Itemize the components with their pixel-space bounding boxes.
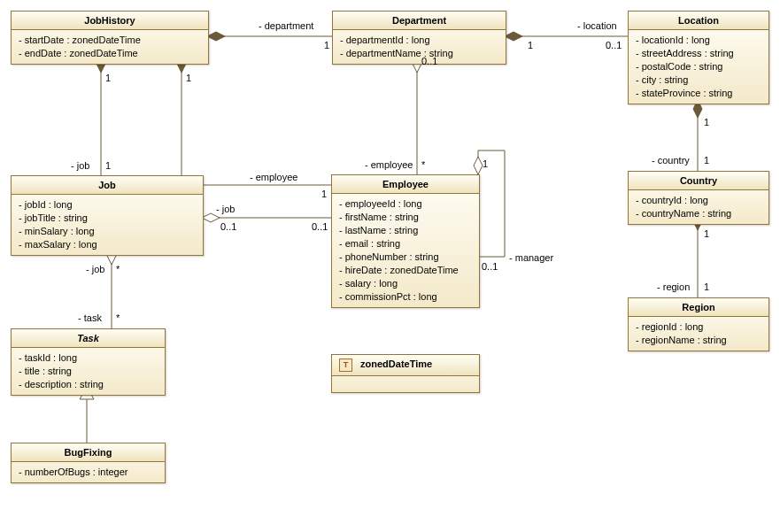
assoc-label-location: - location (577, 20, 617, 31)
datatype-label: zonedDateTime (360, 359, 432, 369)
assoc-label-job: - job (71, 160, 89, 171)
mult-many: * (421, 159, 425, 170)
class-attr: - regionName : string (636, 334, 761, 347)
assoc-label-task: - task (78, 312, 102, 323)
class-attr: - jobTitle : string (19, 212, 196, 225)
class-name: Department (333, 12, 506, 30)
class-attr: - description : string (19, 378, 158, 391)
class-bugfixing[interactable]: BugFixing - numberOfBugs : integer (11, 443, 166, 483)
mult-one: 1 (704, 228, 709, 239)
class-attr: - email : string (339, 237, 472, 251)
mult-zero-one: 0..1 (220, 221, 236, 232)
mult-many: * (116, 264, 120, 274)
class-attributes: - employeeId : long - firstName : string… (332, 194, 479, 307)
class-country[interactable]: Country - countryId : long - countryName… (628, 171, 769, 225)
datatype-icon: T (339, 359, 352, 372)
class-attributes (332, 376, 479, 392)
class-attributes: - taskId : long - title : string - descr… (12, 348, 165, 395)
class-job[interactable]: Job - jobId : long - jobTitle : string -… (11, 175, 204, 256)
class-attr: - taskId : long (19, 351, 158, 365)
class-attr: - title : string (19, 365, 158, 378)
class-attributes: - countryId : long - countryName : strin… (629, 190, 768, 224)
assoc-label-region: - region (657, 281, 690, 292)
mult-one: 1 (704, 155, 709, 166)
class-name: Location (629, 12, 768, 30)
svg-marker-0 (207, 32, 225, 41)
class-attributes: - startDate : zonedDateTime - endDate : … (12, 30, 208, 64)
class-attr: - streetAddress : string (636, 47, 761, 60)
class-attr: - regionId : long (636, 320, 761, 334)
datatype-zoneddatetime[interactable]: T zonedDateTime (331, 354, 480, 393)
class-attr: - lastName : string (339, 224, 472, 237)
assoc-label-employee: - employee (250, 172, 297, 182)
class-attr: - firstName : string (339, 211, 472, 224)
mult-zero-one: 0..1 (606, 40, 622, 50)
svg-marker-5 (202, 213, 220, 222)
class-attr: - hireDate : zonedDateTime (339, 264, 472, 277)
mult-one: 1 (105, 160, 111, 171)
class-location[interactable]: Location - locationId : long - streetAdd… (628, 11, 769, 104)
class-attr: - minSalary : long (19, 225, 196, 238)
class-attr: - maxSalary : long (19, 238, 196, 251)
class-attr: - countryId : long (636, 194, 761, 207)
class-attributes: - locationId : long - streetAddress : st… (629, 30, 768, 104)
class-attributes: - jobId : long - jobTitle : string - min… (12, 195, 203, 255)
mult-many: * (116, 312, 120, 323)
class-attr: - numberOfBugs : integer (19, 466, 158, 479)
svg-marker-6 (474, 157, 483, 174)
mult-zero-one: 0..1 (421, 56, 437, 66)
class-attr: - salary : long (339, 277, 472, 290)
class-attr: - departmentName : string (340, 47, 498, 60)
mult-one: 1 (704, 281, 709, 292)
class-department[interactable]: Department - departmentId : long - depar… (332, 11, 506, 65)
class-name: Region (629, 298, 768, 317)
class-attr: - city : string (636, 73, 761, 87)
mult-one: 1 (324, 40, 329, 50)
mult-one: 1 (321, 189, 327, 199)
assoc-label-employee: - employee (365, 159, 413, 170)
mult-one: 1 (483, 158, 488, 169)
class-name: Job (12, 176, 203, 195)
class-name: JobHistory (12, 12, 208, 30)
class-name: Country (629, 172, 768, 190)
assoc-label-manager: - manager (509, 252, 553, 263)
mult-one: 1 (704, 117, 709, 127)
class-name: T zonedDateTime (332, 355, 479, 376)
class-attr: - postalCode : string (636, 60, 761, 73)
mult-one: 1 (186, 73, 191, 83)
class-task[interactable]: Task - taskId : long - title : string - … (11, 328, 166, 396)
class-name: BugFixing (12, 443, 165, 462)
assoc-label-country: - country (652, 155, 690, 166)
mult-zero-one: 0..1 (482, 261, 498, 272)
class-region[interactable]: Region - regionId : long - regionName : … (628, 297, 769, 351)
class-jobhistory[interactable]: JobHistory - startDate : zonedDateTime -… (11, 11, 209, 65)
mult-one: 1 (105, 73, 111, 83)
class-employee[interactable]: Employee - employeeId : long - firstName… (331, 174, 480, 308)
class-name: Task (12, 329, 165, 348)
class-attr: - departmentId : long (340, 34, 498, 47)
class-attributes: - departmentId : long - departmentName :… (333, 30, 506, 64)
assoc-label-department: - department (259, 20, 313, 31)
class-attr: - endDate : zonedDateTime (19, 47, 201, 60)
class-attr: - startDate : zonedDateTime (19, 34, 201, 47)
assoc-label-job: - job (216, 204, 235, 214)
class-attr: - stateProvince : string (636, 87, 761, 100)
class-attr: - locationId : long (636, 34, 761, 47)
class-attributes: - regionId : long - regionName : string (629, 317, 768, 351)
assoc-label-job: - job (86, 264, 104, 274)
class-name: Employee (332, 175, 479, 194)
class-attr: - commissionPct : long (339, 290, 472, 304)
class-attr: - jobId : long (19, 198, 196, 212)
class-attr: - phoneNumber : string (339, 251, 472, 264)
class-attributes: - numberOfBugs : integer (12, 462, 165, 482)
svg-marker-1 (505, 32, 522, 41)
class-attr: - employeeId : long (339, 197, 472, 211)
class-attr: - countryName : string (636, 207, 761, 220)
mult-one: 1 (528, 40, 533, 50)
mult-zero-one: 0..1 (312, 221, 328, 232)
